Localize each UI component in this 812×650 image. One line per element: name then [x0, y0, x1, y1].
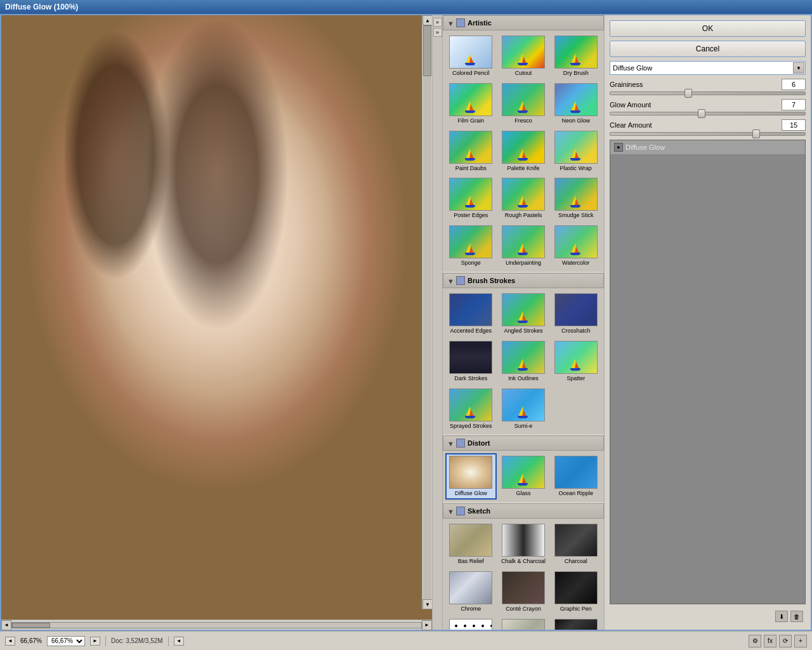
scroll-up-arrow[interactable]: ▲ [422, 15, 432, 25]
filter-category-artistic: ▼ArtisticColored PencilCutoutDry BrushFi… [443, 15, 604, 272]
glow-amount-slider-track[interactable] [610, 112, 806, 116]
filter-item-note-paper[interactable]: Note Paper [498, 616, 549, 630]
category-header-brush-strokes[interactable]: ▼Brush Strokes [443, 273, 604, 288]
scroll-right-arrow[interactable]: ► [422, 620, 432, 630]
filter-label: Accented Edges [450, 328, 492, 335]
filter-item-film-grain[interactable]: Film Grain [445, 81, 497, 127]
status-icon-2[interactable]: fx [764, 635, 776, 647]
scroll-track-h[interactable] [11, 622, 422, 628]
filter-item-sprayed-strokes[interactable]: Sprayed Strokes [445, 386, 497, 432]
preview-scrollbar-v[interactable]: ▲ ▼ [422, 15, 432, 609]
next-btn[interactable]: ► [90, 637, 100, 646]
clear-amount-value[interactable] [782, 119, 806, 131]
filter-item-chalk-charcoal[interactable]: Chalk & Charcoal [498, 521, 549, 567]
glow-amount-slider-thumb[interactable] [698, 109, 705, 118]
filter-label: Smudge Stick [558, 212, 594, 219]
filter-thumbnail [554, 225, 598, 258]
filter-item-neon-glow[interactable]: Neon Glow [550, 81, 601, 127]
filter-label: Chalk & Charcoal [501, 558, 546, 565]
filter-item-sponge[interactable]: Sponge [445, 223, 497, 269]
layer-visibility-eye[interactable]: ● [614, 143, 623, 152]
filter-label: Angled Strokes [504, 328, 542, 335]
filter-item-chrome[interactable]: Chrome [445, 569, 497, 615]
ok-button[interactable]: OK [610, 20, 806, 37]
status-separator-1 [105, 636, 106, 646]
effect-select[interactable]: Diffuse Glow Glass Ocean Ripple [610, 61, 806, 75]
filter-item-ink-outlines[interactable]: Ink Outlines [498, 338, 549, 385]
zoom-select[interactable]: 66,67% 100% 50% [47, 636, 85, 646]
status-nav-left[interactable]: ◄ [174, 637, 184, 646]
filter-item-photocopy[interactable]: Photocopy [550, 616, 601, 630]
category-arrow-icon: ▼ [447, 508, 454, 514]
scroll-thumb-h[interactable] [12, 623, 50, 628]
filter-item-spatter[interactable]: Spatter [550, 338, 601, 385]
filter-category-sketch: ▼SketchBas ReliefChalk & CharcoalCharcoa… [443, 503, 604, 630]
graininess-value[interactable] [782, 79, 806, 90]
graininess-slider-thumb[interactable] [684, 89, 692, 98]
prev-btn[interactable]: ◄ [5, 637, 15, 646]
category-label: Artistic [468, 19, 492, 27]
filter-item-accented-edges[interactable]: Accented Edges [445, 291, 497, 337]
filter-item-cont-crayon[interactable]: Conté Crayon [498, 569, 549, 615]
filter-thumbnail [502, 83, 545, 116]
filter-item-rough-pastels[interactable]: Rough Pastels [498, 175, 549, 222]
category-header-distort[interactable]: ▼Distort [443, 435, 604, 451]
filter-thumbnail [502, 225, 545, 258]
filter-label: Colored Pencil [452, 70, 490, 77]
filter-item-glass[interactable]: Glass [498, 453, 549, 500]
layer-delete-btn[interactable]: 🗑 [790, 611, 803, 622]
filter-label: Film Grain [458, 117, 485, 124]
filter-label: Sprayed Strokes [450, 423, 492, 430]
layer-new-btn[interactable]: ⬇ [775, 611, 788, 622]
filter-thumbnail [502, 524, 545, 557]
scroll-down-arrow[interactable]: ▼ [422, 599, 432, 609]
expand-btn-bottom[interactable]: » [433, 28, 442, 37]
filter-item-colored-pencil[interactable]: Colored Pencil [445, 33, 497, 79]
clear-amount-header: Clear Amount [610, 119, 806, 131]
glow-amount-header: Glow Amount [610, 99, 806, 110]
filter-item-ocean-ripple[interactable]: Ocean Ripple [550, 453, 601, 500]
filter-item-bas-relief[interactable]: Bas Relief [445, 521, 497, 567]
status-icon-1[interactable]: ⚙ [749, 635, 761, 647]
filter-thumbnail [554, 524, 598, 557]
filter-thumbnail [449, 456, 492, 489]
category-header-sketch[interactable]: ▼Sketch [443, 503, 604, 519]
filter-category-distort: ▼DistortDiffuse GlowGlassOcean Ripple [443, 435, 604, 502]
title-bar: Diffuse Glow (100%) [0, 0, 812, 14]
clear-amount-slider-track[interactable] [610, 132, 806, 136]
filter-label: Bas Relief [458, 558, 484, 565]
expand-btn-top[interactable]: » [433, 18, 442, 27]
filter-item-sumi-e[interactable]: Sumi-e [498, 386, 549, 432]
filter-item-halftone-pattern[interactable]: Halftone Pattern [445, 616, 497, 630]
category-header-artistic[interactable]: ▼Artistic [443, 15, 604, 30]
scroll-left-arrow[interactable]: ◄ [1, 620, 11, 630]
status-icon-4[interactable]: + [794, 635, 807, 647]
filter-item-crosshatch[interactable]: Crosshatch [550, 291, 601, 337]
status-icon-3[interactable]: ⟳ [779, 635, 792, 647]
filter-item-graphic-pen[interactable]: Graphic Pen [550, 569, 601, 615]
filter-item-fresco[interactable]: Fresco [498, 81, 549, 127]
filter-item-paint-daubs[interactable]: Paint Daubs [445, 128, 497, 175]
effect-layer-item[interactable]: ● Diffuse Glow [610, 140, 805, 155]
filter-item-charcoal[interactable]: Charcoal [550, 521, 601, 567]
clear-amount-slider-thumb[interactable] [752, 129, 760, 138]
title-text: Diffuse Glow (100%) [5, 3, 78, 11]
filter-item-cutout[interactable]: Cutout [498, 33, 549, 79]
filter-item-diffuse-glow[interactable]: Diffuse Glow [445, 453, 497, 500]
filter-item-angled-strokes[interactable]: Angled Strokes [498, 291, 549, 337]
filter-item-watercolor[interactable]: Watercolor [550, 223, 601, 269]
category-folder-icon [456, 276, 465, 285]
filter-item-dry-brush[interactable]: Dry Brush [550, 33, 601, 79]
cancel-button[interactable]: Cancel [610, 41, 806, 57]
filter-item-poster-edges[interactable]: Poster Edges [445, 175, 497, 222]
filter-item-palette-knife[interactable]: Palette Knife [498, 128, 549, 175]
filter-item-plastic-wrap[interactable]: Plastic Wrap [550, 128, 601, 175]
filter-thumbnail [554, 83, 598, 116]
category-label: Distort [468, 439, 490, 447]
glow-amount-value[interactable] [782, 99, 806, 110]
filter-item-dark-strokes[interactable]: Dark Strokes [445, 338, 497, 385]
graininess-slider-track[interactable] [610, 91, 806, 95]
filter-item-smudge-stick[interactable]: Smudge Stick [550, 175, 601, 222]
filter-item-underpainting[interactable]: Underpainting [498, 223, 549, 269]
panel-expand[interactable]: » » [433, 15, 443, 630]
